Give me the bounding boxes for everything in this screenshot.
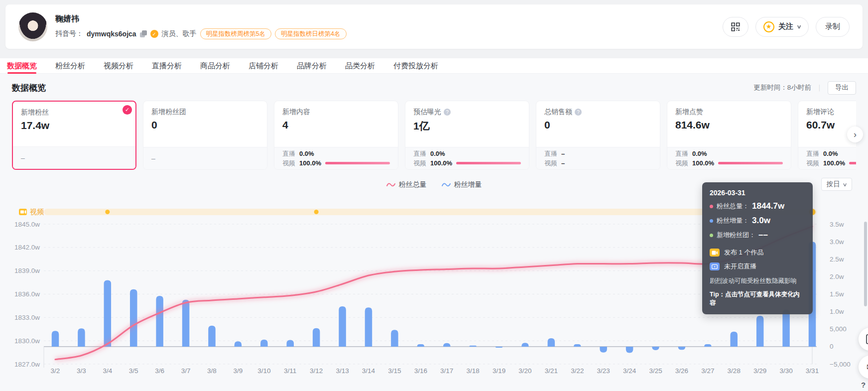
record-label: 录制 <box>825 22 840 31</box>
live-value: 0.0% <box>692 150 707 158</box>
bar-3/18[interactable] <box>469 346 477 347</box>
qr-code-button[interactable] <box>723 17 748 37</box>
bar-3/2[interactable] <box>52 331 59 347</box>
legend-item-increment[interactable]: 粉丝增量 <box>442 180 482 189</box>
bar-3/17[interactable] <box>443 343 451 347</box>
range-selector[interactable]: 按日 ∨ <box>821 178 852 191</box>
header-actions: ★ 关注 ∨ 录制 <box>723 17 850 37</box>
bar-3/7[interactable] <box>182 300 190 347</box>
bar-3/25[interactable] <box>652 347 659 350</box>
stat-card-value: 0 <box>544 119 652 131</box>
svg-text:1830.0w: 1830.0w <box>14 337 40 345</box>
profile-header: 鞠婧祎 抖音号： dymwqks6ojca ✓ 演员、歌手 明星指数榜周榜第5名… <box>5 4 863 49</box>
video-mark-3/12[interactable] <box>314 210 319 214</box>
bar-3/23[interactable] <box>600 347 607 353</box>
bar-3/30[interactable] <box>782 309 790 346</box>
tab-7[interactable]: 品牌分析 <box>297 58 327 73</box>
tab-9[interactable]: 付费投放分析 <box>393 58 438 73</box>
tab-1[interactable]: 数据概览 <box>7 58 37 73</box>
svg-text:1.0w: 1.0w <box>830 308 844 315</box>
live-label: 直播 <box>675 150 688 158</box>
stat-card-5[interactable]: 总销售额?0直播–视频– <box>536 101 660 170</box>
svg-text:1842.0w: 1842.0w <box>14 244 40 251</box>
rank-badge-weekly[interactable]: 明星指数榜周榜第5名 <box>200 28 271 39</box>
svg-text:5,000: 5,000 <box>830 325 847 333</box>
svg-text:1836.0w: 1836.0w <box>14 290 40 298</box>
bar-3/26[interactable] <box>678 347 686 350</box>
stat-card-value: 814.6w <box>675 119 783 131</box>
live-value: 0.0% <box>823 150 838 158</box>
stat-card-6[interactable]: 新增点赞814.6w直播0.0%视频100.0% <box>667 101 791 170</box>
bar-3/22[interactable] <box>574 344 581 347</box>
video-progress-bar <box>718 162 783 164</box>
svg-text:3/2: 3/2 <box>51 367 60 375</box>
video-mark-3/4[interactable] <box>105 210 110 214</box>
bar-3/21[interactable] <box>548 338 555 347</box>
bar-3/6[interactable] <box>156 296 163 347</box>
stat-card-4[interactable]: 预估曝光?1亿直播0.0%视频100.0% <box>405 101 529 170</box>
video-label: 视频 <box>413 159 426 167</box>
stat-card-top: 预估曝光?1亿 <box>405 101 529 147</box>
fans-total-line[interactable] <box>55 227 812 360</box>
tab-3[interactable]: 视频分析 <box>104 58 133 73</box>
help-icon[interactable]: ? <box>444 109 451 116</box>
bar-3/8[interactable] <box>208 326 216 347</box>
tab-4[interactable]: 直播分析 <box>152 58 182 73</box>
selected-check-icon: ✓ <box>123 105 132 115</box>
record-button[interactable]: 录制 <box>816 17 850 37</box>
bar-3/16[interactable] <box>417 344 425 347</box>
bar-3/13[interactable] <box>339 306 346 347</box>
bar-3/3[interactable] <box>78 328 85 347</box>
svg-text:3/24: 3/24 <box>623 367 636 375</box>
stat-card-2[interactable]: 新增粉丝团0– <box>143 101 267 170</box>
bar-3/10[interactable] <box>260 340 268 347</box>
cards-next-button[interactable]: › <box>847 127 863 142</box>
tab-8[interactable]: 品类分析 <box>345 58 375 73</box>
tab-2[interactable]: 粉丝分析 <box>55 58 85 73</box>
follow-button[interactable]: ★ 关注 ∨ <box>755 17 809 37</box>
bar-3/15[interactable] <box>391 330 398 347</box>
bar-3/27[interactable] <box>704 344 712 347</box>
svg-text:−5,000: −5,000 <box>830 361 851 368</box>
bar-3/4[interactable] <box>104 280 112 346</box>
copy-icon[interactable] <box>140 30 147 37</box>
live-label: 直播 <box>544 150 557 158</box>
stat-card-breakdown: – <box>13 146 135 169</box>
rank-badge-daily[interactable]: 明星指数榜日榜第4名 <box>275 28 346 39</box>
video-label: 视频 <box>675 159 688 167</box>
stat-card-breakdown: 直播–视频– <box>536 147 660 169</box>
scrollbar-thumb[interactable] <box>864 222 867 306</box>
bar-3/24[interactable] <box>626 347 633 353</box>
tab-6[interactable]: 店铺分析 <box>248 58 278 73</box>
bar-3/12[interactable] <box>313 328 320 347</box>
export-button[interactable]: 导出 <box>828 81 856 95</box>
svg-text:3/15: 3/15 <box>388 367 401 375</box>
avatar[interactable] <box>18 12 47 41</box>
bar-3/5[interactable] <box>130 289 137 347</box>
stat-card-top: 新增评论60.7w <box>798 101 856 147</box>
tooltip-row-increment: 粉丝增量： 3.0w <box>710 216 805 226</box>
bar-3/28[interactable] <box>731 332 738 347</box>
legend-item-total[interactable]: 粉丝总量 <box>386 180 427 189</box>
help-icon[interactable]: ? <box>575 109 582 116</box>
bar-3/29[interactable] <box>756 316 764 347</box>
bar-3/14[interactable] <box>365 307 372 347</box>
live-label: 直播 <box>413 150 426 158</box>
video-value: 100.0% <box>430 159 452 167</box>
stat-card-1[interactable]: 新增粉丝17.4w✓– <box>12 101 136 170</box>
svg-text:3/25: 3/25 <box>649 367 662 375</box>
stat-cards-wrap: 新增粉丝17.4w✓–新增粉丝团0–新增内容4直播0.0%视频100.0%预估曝… <box>12 101 856 170</box>
bar-3/9[interactable] <box>235 341 242 347</box>
video-progress-bar <box>325 162 390 164</box>
svg-text:3/26: 3/26 <box>675 367 688 375</box>
video-label: 视频 <box>544 159 557 167</box>
stat-card-3[interactable]: 新增内容4直播0.0%视频100.0% <box>274 101 398 170</box>
tooltip-date: 2026-03-31 <box>710 189 805 197</box>
help-link[interactable]: ? <box>861 381 866 389</box>
bar-3/19[interactable] <box>496 347 503 348</box>
bar-3/11[interactable] <box>286 340 294 347</box>
tab-5[interactable]: 商品分析 <box>200 58 230 73</box>
bar-3/20[interactable] <box>521 343 529 347</box>
profile-roles: 演员、歌手 <box>162 29 197 38</box>
video-value: 100.0% <box>299 159 321 167</box>
